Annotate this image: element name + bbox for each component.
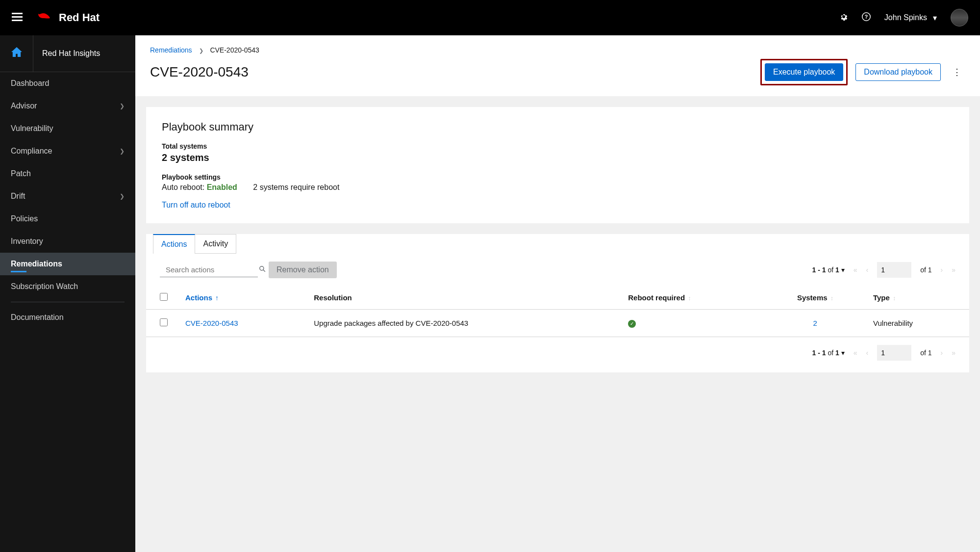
resolution-cell: Upgrade packages affected by CVE-2020-05… [305, 310, 619, 337]
home-icon [11, 47, 22, 60]
help-icon[interactable]: ? [862, 12, 871, 24]
chevron-right-icon: ❯ [199, 48, 203, 53]
page-of-text: of 1 [920, 349, 931, 357]
sidebar-item-label: Documentation [11, 313, 64, 322]
reboot-column-header[interactable]: Reboot required↕ [619, 286, 766, 310]
sidebar-item-label: Remediations [11, 260, 62, 268]
execute-playbook-button[interactable]: Execute playbook [765, 63, 843, 81]
sidebar-item-label: Compliance [11, 147, 52, 156]
sort-icon: ↕ [893, 295, 896, 302]
page-next-icon[interactable]: › [941, 349, 943, 357]
sidebar-item-remediations[interactable]: Remediations [0, 253, 135, 275]
sort-up-icon: ↑ [215, 294, 219, 302]
page-header: Remediations ❯ CVE-2020-0543 CVE-2020-05… [135, 35, 980, 96]
table-row: CVE-2020-0543 Upgrade packages affected … [146, 310, 969, 337]
sort-icon: ↕ [688, 295, 691, 302]
tabs: Actions Activity [146, 234, 969, 254]
sidebar-item-documentation[interactable]: Documentation [0, 306, 135, 329]
auto-reboot-label: Auto reboot: [162, 183, 207, 191]
sidebar-header: Red Hat Insights [0, 35, 135, 72]
avatar[interactable] [951, 9, 968, 26]
highlight-box: Execute playbook [760, 59, 848, 85]
type-cell: Vulnerability [864, 310, 969, 337]
nav-divider [11, 302, 125, 302]
svg-point-5 [260, 266, 264, 270]
sidebar-item-dashboard[interactable]: Dashboard [0, 72, 135, 95]
sidebar-item-label: Inventory [11, 237, 43, 246]
table-header-row: Actions↑ Resolution Reboot required↕ Sys… [146, 286, 969, 310]
hamburger-icon[interactable] [12, 11, 23, 25]
resolution-column-header[interactable]: Resolution [305, 286, 619, 310]
breadcrumb-parent[interactable]: Remediations [150, 46, 192, 54]
total-systems-label: Total systems [162, 142, 954, 150]
sidebar-item-advisor[interactable]: Advisor ❯ [0, 95, 135, 117]
sidebar-item-inventory[interactable]: Inventory [0, 230, 135, 253]
turn-off-auto-reboot-link[interactable]: Turn off auto reboot [162, 201, 230, 209]
sidebar-item-drift[interactable]: Drift ❯ [0, 185, 135, 208]
user-name: John Spinks [884, 13, 927, 22]
page-last-icon[interactable]: » [952, 266, 955, 274]
breadcrumb-current: CVE-2020-0543 [210, 46, 259, 54]
toolbar-left: Remove action [160, 262, 337, 278]
page-next-icon[interactable]: › [941, 266, 943, 274]
page-of-text: of 1 [920, 266, 931, 274]
sidebar-item-label: Patch [11, 169, 31, 178]
page-input[interactable] [877, 262, 911, 278]
page-input[interactable] [877, 345, 911, 361]
card-title: Playbook summary [162, 121, 954, 133]
svg-line-6 [263, 270, 265, 272]
search-icon [259, 265, 266, 274]
home-icon-box[interactable] [0, 35, 33, 72]
svg-text:?: ? [865, 13, 868, 19]
tab-activity[interactable]: Activity [195, 234, 236, 254]
sidebar-item-subscription-watch[interactable]: Subscription Watch [0, 275, 135, 298]
sidebar-item-label: Subscription Watch [11, 282, 78, 291]
row-checkbox[interactable] [160, 318, 168, 326]
sidebar-item-label: Dashboard [11, 79, 49, 88]
chevron-right-icon: ❯ [120, 193, 125, 200]
settings-label: Playbook settings [162, 173, 954, 181]
sort-icon: ↕ [830, 295, 833, 302]
tab-actions[interactable]: Actions [153, 234, 195, 254]
header-left: Red Hat [12, 11, 100, 25]
gear-icon[interactable] [839, 12, 848, 24]
header-right: ? John Spinks ▾ [839, 9, 968, 26]
type-column-header[interactable]: Type↕ [864, 286, 969, 310]
caret-down-icon: ▾ [933, 13, 937, 23]
sidebar-item-compliance[interactable]: Compliance ❯ [0, 140, 135, 162]
user-menu[interactable]: John Spinks ▾ [884, 13, 937, 23]
search-input[interactable] [166, 265, 259, 274]
auto-reboot: Auto reboot: Enabled [162, 183, 237, 192]
page-title: CVE-2020-0543 [150, 64, 249, 80]
download-playbook-button[interactable]: Download playbook [855, 63, 941, 81]
page-last-icon[interactable]: » [952, 349, 955, 357]
actions-card: Actions Activity Remove action 1 - 1 of … [146, 234, 969, 372]
search-box[interactable] [160, 263, 258, 277]
title-actions: Execute playbook Download playbook ⋮ [760, 59, 965, 85]
sidebar-item-patch[interactable]: Patch [0, 162, 135, 185]
check-icon: ✓ [628, 320, 636, 328]
sidebar: Red Hat Insights Dashboard Advisor ❯ Vul… [0, 35, 135, 552]
page-prev-icon[interactable]: ‹ [866, 349, 869, 357]
logo-text: Red Hat [59, 11, 100, 24]
systems-link[interactable]: 2 [813, 319, 817, 327]
actions-column-header[interactable]: Actions↑ [176, 286, 305, 310]
select-all-checkbox[interactable] [160, 293, 168, 301]
svg-rect-1 [12, 16, 23, 18]
logo[interactable]: Red Hat [34, 11, 100, 25]
page-first-icon[interactable]: « [854, 349, 857, 357]
systems-column-header[interactable]: Systems↕ [766, 286, 864, 310]
page-prev-icon[interactable]: ‹ [866, 266, 869, 274]
remove-action-button[interactable]: Remove action [269, 262, 337, 278]
sidebar-item-vulnerability[interactable]: Vulnerability [0, 117, 135, 140]
sidebar-item-label: Advisor [11, 102, 37, 110]
action-link[interactable]: CVE-2020-0543 [185, 319, 238, 327]
kebab-icon[interactable]: ⋮ [949, 67, 965, 78]
content: Remediations ❯ CVE-2020-0543 CVE-2020-05… [135, 35, 980, 552]
svg-rect-2 [12, 20, 23, 21]
summary-card: Playbook summary Total systems 2 systems… [146, 107, 969, 223]
sidebar-item-policies[interactable]: Policies [0, 208, 135, 230]
pagination-bottom: 1 - 1 of 1 ▾ « ‹ of 1 › » [812, 345, 955, 361]
page-first-icon[interactable]: « [854, 266, 857, 274]
sidebar-item-label: Drift [11, 192, 25, 201]
